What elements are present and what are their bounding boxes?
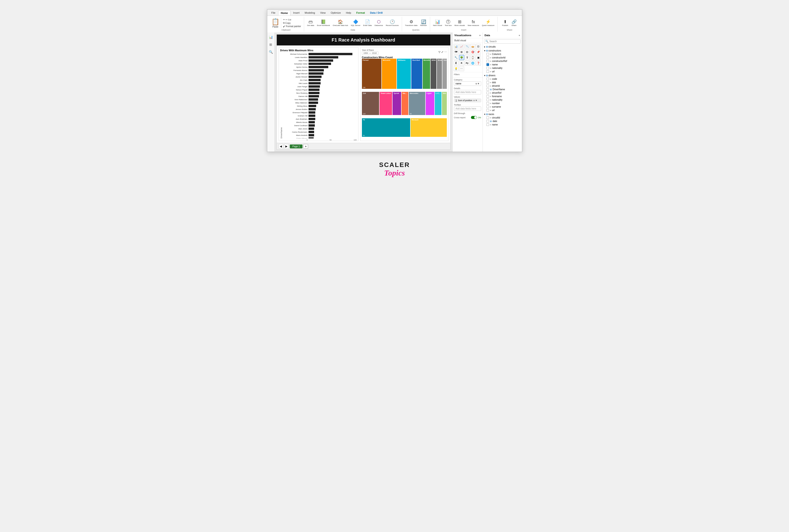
tree-item-url[interactable]: ≡url xyxy=(483,109,522,112)
viz-matrix[interactable]: ⊟ xyxy=(465,50,470,55)
cross-report-toggle[interactable]: ON xyxy=(471,116,481,119)
page-next-button[interactable]: ▶ xyxy=(284,144,289,149)
tree-item-constructorid[interactable]: ≡constructorId xyxy=(483,56,522,59)
tab-file[interactable]: File xyxy=(269,11,278,16)
treemap-cell[interactable]: Team Lotus xyxy=(379,92,392,115)
data-expand-icon[interactable]: » xyxy=(519,34,520,37)
viz-table[interactable]: ⊞ xyxy=(459,50,464,55)
report-view-icon[interactable]: 📊 xyxy=(268,34,274,40)
viz-bar-chart[interactable]: 📊 xyxy=(453,44,459,49)
tree-checkbox[interactable] xyxy=(487,92,489,94)
tree-item-forename[interactable]: ≡forename xyxy=(483,95,522,98)
viz-card[interactable]: 🎯 xyxy=(470,50,475,55)
page-1-tab[interactable]: Page 1 xyxy=(290,145,303,148)
treemap-cell[interactable]: Ma... xyxy=(401,92,408,115)
refresh-button[interactable]: 🔄 Refresh xyxy=(419,19,428,27)
text-box-button[interactable]: Ⓣ Text box xyxy=(444,19,453,27)
treemap-cell[interactable]: McLaren xyxy=(382,59,397,89)
tree-item-url[interactable]: ≡url xyxy=(483,70,522,73)
tree-checkbox[interactable]: ✓ xyxy=(487,63,489,66)
excel-button[interactable]: 📗 Excel workbook xyxy=(316,19,331,27)
treemap-cell[interactable]: Williams xyxy=(397,59,411,89)
values-field-tag[interactable]: ∑ Sum of position ∨ ✕ xyxy=(454,98,481,102)
tab-home[interactable]: Home xyxy=(278,11,290,16)
enter-data-button[interactable]: 📄 Enter data xyxy=(362,19,373,27)
viz-map[interactable]: 🗺 xyxy=(453,50,459,55)
search-input[interactable] xyxy=(489,40,520,43)
tree-item-nationality[interactable]: ≡nationality xyxy=(483,98,522,101)
tooltips-field[interactable]: Add data fields here xyxy=(454,107,481,111)
transform-button[interactable]: ⚙ Transform data xyxy=(404,19,419,27)
expand-icon[interactable]: » xyxy=(479,34,481,37)
tree-item-circuitid[interactable]: ≡circuitId xyxy=(483,116,522,119)
treemap-cell[interactable]: BRM xyxy=(431,59,436,89)
tree-checkbox[interactable] xyxy=(487,116,489,119)
tree-item-surname[interactable]: ≡surname xyxy=(483,105,522,109)
tab-view[interactable]: View xyxy=(318,11,328,16)
tree-checkbox[interactable] xyxy=(487,102,489,104)
add-page-button[interactable]: + xyxy=(303,144,308,149)
tree-checkbox[interactable] xyxy=(487,120,489,122)
tree-item-column1[interactable]: ≡Column1 xyxy=(483,52,522,56)
get-data-button[interactable]: 🗃 Get data xyxy=(306,19,316,27)
tree-item-date[interactable]: ⊞date xyxy=(483,119,522,123)
bar-chart-panel[interactable]: Drives With Maximum Wins DriverName Mich… xyxy=(279,47,358,141)
tree-checkbox[interactable] xyxy=(487,81,489,84)
new-measure-button[interactable]: fx New measure xyxy=(467,19,480,27)
treemap-cell[interactable]: Tyrrell xyxy=(393,92,401,115)
tree-checkbox[interactable] xyxy=(487,70,489,73)
viz-line-chart[interactable]: 📈 xyxy=(459,44,464,49)
viz-smart[interactable]: 💡 xyxy=(453,66,459,71)
treemap-cell[interactable]: Van... xyxy=(443,59,447,89)
table-view-icon[interactable]: ⊞ xyxy=(268,42,273,47)
tab-insert[interactable]: Insert xyxy=(291,11,302,16)
tree-item-dob[interactable]: ≡dob xyxy=(483,81,522,84)
tree-checkbox[interactable] xyxy=(487,84,489,87)
treemap-cell[interactable]: 114114 xyxy=(362,92,379,115)
viz-decomp[interactable]: 🌐 xyxy=(470,60,475,65)
recent-sources-button[interactable]: 🕐 Recent sources xyxy=(384,19,400,27)
treemap-cell[interactable]: 7676 xyxy=(362,118,410,137)
tab-help[interactable]: Help xyxy=(343,11,354,16)
treemap-cell[interactable]: Ligier xyxy=(426,92,434,115)
viz-funnel[interactable]: ⊽ xyxy=(465,55,470,60)
viz-waterfall[interactable]: ▣ xyxy=(476,55,481,60)
treemap-more-icon[interactable]: ⋯ xyxy=(444,51,447,54)
treemap-cell[interactable]: L-C... xyxy=(435,92,442,115)
tree-item-number[interactable]: ≡number xyxy=(483,101,522,105)
viz-ribbon[interactable]: 🎗 xyxy=(453,60,459,65)
viz-pie-chart[interactable]: 🥧 xyxy=(470,44,475,49)
tree-group-header-drivers[interactable]: ▾⊞drivers xyxy=(483,74,522,77)
category-field[interactable]: name ∨ ✕ xyxy=(454,81,481,86)
tree-checkbox[interactable] xyxy=(487,67,489,69)
treemap-cell[interactable]: Ferrari230 xyxy=(362,59,381,89)
model-view-icon[interactable]: 🔍 xyxy=(268,49,274,55)
page-prev-button[interactable]: ◀ xyxy=(279,144,283,149)
tree-checkbox[interactable] xyxy=(487,88,489,91)
tab-format[interactable]: Format xyxy=(354,11,367,16)
tree-item-nationality[interactable]: ≡nationality xyxy=(483,66,522,70)
onelake-button[interactable]: 🏠 OneLake data hub xyxy=(332,19,349,27)
sql-button[interactable]: 🔷 SQL Server xyxy=(350,19,362,27)
viz-r[interactable]: R xyxy=(459,60,464,65)
tree-checkbox[interactable] xyxy=(487,60,489,62)
tree-item-name[interactable]: ✓≡name xyxy=(483,63,522,66)
tab-optimize[interactable]: Optimize xyxy=(328,11,343,16)
more-visuals-button[interactable]: ⊞ More visuals xyxy=(453,19,466,27)
tree-checkbox[interactable] xyxy=(487,106,489,108)
tree-checkbox[interactable] xyxy=(487,53,489,55)
publish-button[interactable]: ⬆ Publish xyxy=(501,19,509,27)
tree-item-driverid[interactable]: ≡driverId xyxy=(483,84,522,88)
tree-item-driverref[interactable]: ≡driverRef xyxy=(483,91,522,95)
treemap-year-filter[interactable]: 1950 — 2018 xyxy=(362,51,378,55)
viz-treemap[interactable]: 🌳 xyxy=(459,55,464,60)
viz-gauge[interactable]: ⌚ xyxy=(470,55,475,60)
share-button[interactable]: 🔗 Share xyxy=(510,19,518,27)
tree-group-header-circuits[interactable]: ▸⊞circuits xyxy=(483,45,522,49)
viz-kpi[interactable]: 📌 xyxy=(476,50,481,55)
tree-item-code[interactable]: ≡code xyxy=(483,77,522,81)
tree-checkbox[interactable] xyxy=(487,78,489,80)
viz-python[interactable]: Py xyxy=(465,60,470,65)
quick-measure-button[interactable]: ⚡ Quick measure xyxy=(481,19,495,27)
treemap-cell[interactable]: Red Bull xyxy=(411,59,422,89)
